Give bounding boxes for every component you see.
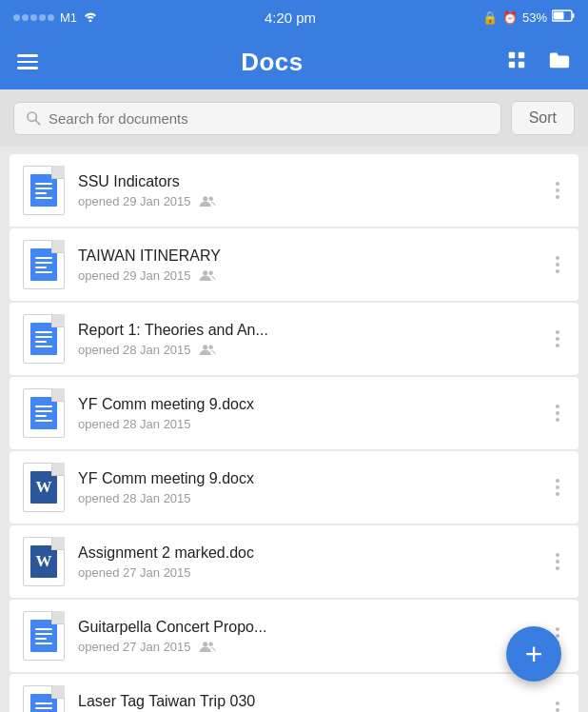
list-item[interactable]: Laser Tag Taiwan Trip 030opened 27 Jan 2… [10,674,578,712]
doc-more-button[interactable] [550,549,565,574]
hamburger-line-1 [17,54,38,57]
status-left: M1 [13,10,98,25]
list-item[interactable]: TAIWAN ITINERARYopened 29 Jan 2015 [10,228,578,301]
more-dot [556,479,559,483]
search-icon [26,110,41,126]
more-dot [556,566,559,570]
doc-info: YF Comm meeting 9.docxopened 28 Jan 2015 [78,396,550,431]
doc-info: Laser Tag Taiwan Trip 030opened 27 Jan 2… [78,693,550,713]
list-item[interactable]: Report 1: Theories and An...opened 28 Ja… [10,303,578,375]
doc-more-button[interactable] [550,178,565,203]
doc-thumbnail [23,166,65,215]
more-dot [556,702,559,705]
more-dot [556,256,559,260]
app-header: Docs [0,34,588,89]
list-item[interactable]: YF Comm meeting 9.docxopened 28 Jan 2015 [10,377,578,449]
svg-point-13 [203,345,207,349]
more-dot [556,405,559,408]
svg-rect-6 [519,62,524,68]
doc-title: Report 1: Theories and An... [78,322,402,339]
doc-date: opened 29 Jan 2015 [78,194,191,208]
svg-rect-3 [509,52,515,58]
gdocs-icon [23,388,65,438]
lock-icon: 🔒 [482,10,498,25]
signal-dot-2 [22,14,29,21]
svg-line-8 [35,120,40,125]
more-dot [556,269,559,273]
doc-info: Report 1: Theories and An...opened 28 Ja… [78,322,550,357]
svg-point-9 [203,196,207,201]
svg-rect-5 [509,62,515,68]
app-title: Docs [241,48,304,77]
document-list: SSU Indicatorsopened 29 Jan 2015 TAIWAN … [0,147,588,712]
search-box[interactable] [13,102,501,135]
doc-meta: opened 29 Jan 2015 [78,194,550,208]
doc-title: Laser Tag Taiwan Trip 030 [78,693,402,710]
grid-view-button[interactable] [506,49,527,74]
signal-dot-3 [30,14,37,21]
status-bar: M1 4:20 pm 🔒 ⏰ 53% [0,0,588,34]
more-dot [556,182,559,186]
gdocs-icon [23,685,65,712]
doc-info: TAIWAN ITINERARYopened 29 Jan 2015 [78,247,550,283]
sort-button[interactable]: Sort [511,101,575,135]
add-document-button[interactable]: + [506,626,561,682]
more-dot [556,188,559,192]
status-time: 4:20 pm [265,10,316,26]
header-icons [506,49,571,74]
doc-thumbnail: W [23,463,65,512]
more-dot [556,708,559,712]
list-item[interactable]: Guitarpella Concert Propo...opened 27 Ja… [10,600,578,672]
doc-title: YF Comm meeting 9.docx [78,396,402,413]
signal-dots [13,14,54,21]
status-right: 🔒 ⏰ 53% [482,10,575,25]
doc-more-button[interactable] [550,252,565,277]
svg-point-15 [203,642,207,646]
shared-icon [199,343,216,356]
list-item[interactable]: SSU Indicatorsopened 29 Jan 2015 [10,154,578,227]
doc-more-button[interactable] [550,401,565,425]
doc-date: opened 27 Jan 2015 [78,640,191,654]
gdocs-icon [23,314,65,364]
more-dot [556,485,559,489]
list-item[interactable]: W YF Comm meeting 9.docxopened 28 Jan 20… [10,451,578,524]
signal-dot-5 [48,14,54,21]
more-dot [556,337,559,341]
signal-dot-1 [13,14,20,21]
word-icon: W [23,537,65,586]
doc-date: opened 29 Jan 2015 [78,268,191,283]
doc-thumbnail [23,685,65,712]
doc-more-button[interactable] [550,475,565,500]
doc-meta: opened 28 Jan 2015 [78,491,550,505]
doc-date: opened 27 Jan 2015 [78,565,191,580]
more-dot [556,560,559,564]
doc-date: opened 28 Jan 2015 [78,417,191,431]
doc-date: opened 28 Jan 2015 [78,343,191,357]
doc-more-button[interactable] [550,326,565,351]
menu-button[interactable] [17,54,38,69]
more-dot [556,553,559,557]
doc-more-button[interactable] [550,698,565,712]
word-icon: W [23,463,65,512]
svg-point-16 [208,643,213,647]
doc-date: opened 28 Jan 2015 [78,491,191,505]
more-dot [556,411,559,415]
doc-info: YF Comm meeting 9.docxopened 28 Jan 2015 [78,470,550,505]
hamburger-line-3 [17,67,38,69]
doc-meta: opened 28 Jan 2015 [78,417,550,431]
doc-meta: opened 27 Jan 2015 [78,640,550,654]
doc-thumbnail [23,240,65,289]
folder-view-button[interactable] [548,49,571,74]
doc-meta: opened 28 Jan 2015 [78,343,550,357]
doc-title: Guitarpella Concert Propo... [78,619,402,636]
battery-percent: 53% [522,10,547,25]
list-item[interactable]: W Assignment 2 marked.docopened 27 Jan 2… [10,525,578,598]
doc-thumbnail [23,314,65,364]
search-input[interactable] [49,110,489,127]
svg-point-11 [203,270,207,275]
more-dot [556,492,559,496]
shared-icon [199,268,216,282]
hamburger-line-2 [17,61,38,64]
svg-point-10 [208,197,213,202]
doc-thumbnail: W [23,537,65,586]
